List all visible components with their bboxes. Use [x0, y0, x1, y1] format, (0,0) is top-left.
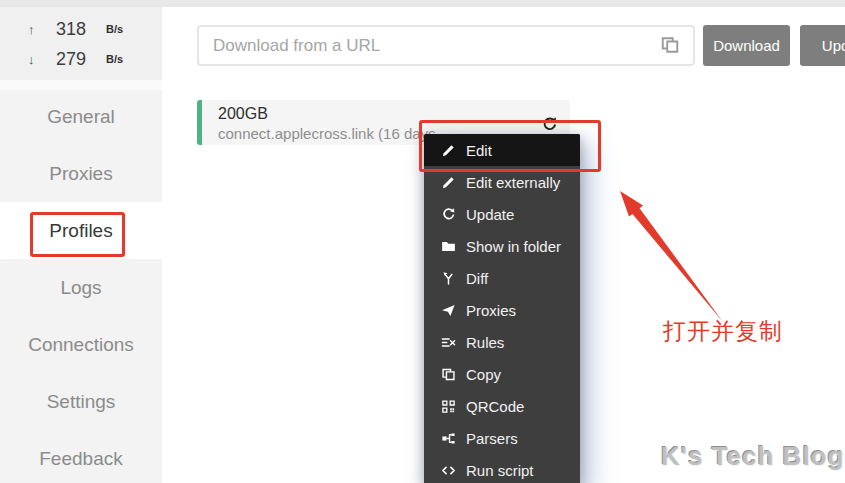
sidebar-item-logs[interactable]: Logs — [0, 259, 162, 316]
sidebar: ↑ 318 B/s ↓ 279 B/s GeneralProxiesProfil… — [0, 7, 162, 483]
profile-subtitle: connect.applecross.link (16 days — [218, 125, 436, 142]
context-menu: EditEdit externallyUpdateShow in folderD… — [424, 134, 580, 483]
menu-item-label: Update — [466, 206, 514, 223]
app-window: ↑ 318 B/s ↓ 279 B/s GeneralProxiesProfil… — [0, 0, 845, 483]
sidebar-item-label: General — [47, 106, 115, 128]
download-arrow-icon: ↓ — [28, 52, 48, 67]
sidebar-item-label: Feedback — [39, 448, 122, 470]
profile-title: 200GB — [218, 105, 268, 123]
menu-item-run-script[interactable]: Run script — [424, 454, 580, 483]
menu-item-label: Edit externally — [466, 174, 560, 191]
sidebar-item-proxies[interactable]: Proxies — [0, 145, 162, 202]
sidebar-item-label: Connections — [28, 334, 134, 356]
menu-item-parsers[interactable]: Parsers — [424, 422, 580, 454]
upload-speed-value: 318 — [48, 19, 86, 40]
sidebar-item-label: Settings — [47, 391, 116, 413]
menu-item-rules[interactable]: Rules — [424, 326, 580, 358]
watermark: K's Tech Blog — [661, 441, 844, 472]
pencil-icon — [441, 143, 456, 158]
sidebar-item-general[interactable]: General — [0, 88, 162, 145]
menu-item-qrcode[interactable]: QRCode — [424, 390, 580, 422]
profile-refresh-icon[interactable] — [541, 116, 558, 133]
annotation-callout: 打开并复制 — [663, 316, 783, 347]
folder-icon — [441, 239, 456, 254]
upload-speed-unit: B/s — [106, 23, 123, 35]
sidebar-item-feedback[interactable]: Feedback — [0, 430, 162, 483]
sidebar-item-settings[interactable]: Settings — [0, 373, 162, 430]
download-button[interactable]: Download — [703, 25, 790, 66]
refresh-icon — [441, 207, 456, 222]
pencil-icon — [441, 175, 456, 190]
download-speed-unit: B/s — [106, 53, 123, 65]
qrcode-icon — [441, 399, 456, 414]
code-icon — [441, 463, 456, 478]
sidebar-item-label: Logs — [60, 277, 101, 299]
menu-item-label: Rules — [466, 334, 504, 351]
profile-accent-bar — [197, 100, 202, 145]
window-top-strip — [0, 0, 845, 7]
menu-item-edit[interactable]: Edit — [424, 134, 580, 166]
diff-icon — [441, 271, 456, 286]
menu-item-label: Run script — [466, 462, 534, 479]
menu-item-label: Copy — [466, 366, 501, 383]
sidebar-item-label: Proxies — [49, 163, 112, 185]
menu-item-show-in-folder[interactable]: Show in folder — [424, 230, 580, 262]
sidebar-nav: GeneralProxiesProfilesLogsConnectionsSet… — [0, 88, 162, 483]
sidebar-item-connections[interactable]: Connections — [0, 316, 162, 373]
download-speed-value: 279 — [48, 49, 86, 70]
paste-icon[interactable] — [660, 35, 680, 55]
menu-item-label: Edit — [466, 142, 492, 159]
traffic-upload-row: ↑ 318 B/s — [0, 14, 162, 44]
rules-icon — [441, 335, 456, 350]
sidebar-item-label: Profiles — [49, 220, 112, 242]
menu-item-edit-externally[interactable]: Edit externally — [424, 166, 580, 198]
parsers-icon — [441, 431, 456, 446]
menu-item-diff[interactable]: Diff — [424, 262, 580, 294]
menu-item-label: Proxies — [466, 302, 516, 319]
menu-item-update[interactable]: Update — [424, 198, 580, 230]
upload-arrow-icon: ↑ — [28, 22, 48, 37]
menu-item-label: Parsers — [466, 430, 518, 447]
sidebar-item-profiles[interactable]: Profiles — [0, 202, 162, 259]
send-icon — [441, 303, 456, 318]
menu-item-label: Show in folder — [466, 238, 561, 255]
update-button[interactable]: Update — [800, 25, 845, 66]
traffic-download-row: ↓ 279 B/s — [0, 44, 162, 74]
menu-item-proxies[interactable]: Proxies — [424, 294, 580, 326]
traffic-panel: ↑ 318 B/s ↓ 279 B/s — [0, 7, 162, 80]
url-input[interactable] — [197, 25, 695, 66]
copy-icon — [441, 367, 456, 382]
menu-item-copy[interactable]: Copy — [424, 358, 580, 390]
menu-item-label: QRCode — [466, 398, 524, 415]
menu-item-label: Diff — [466, 270, 488, 287]
